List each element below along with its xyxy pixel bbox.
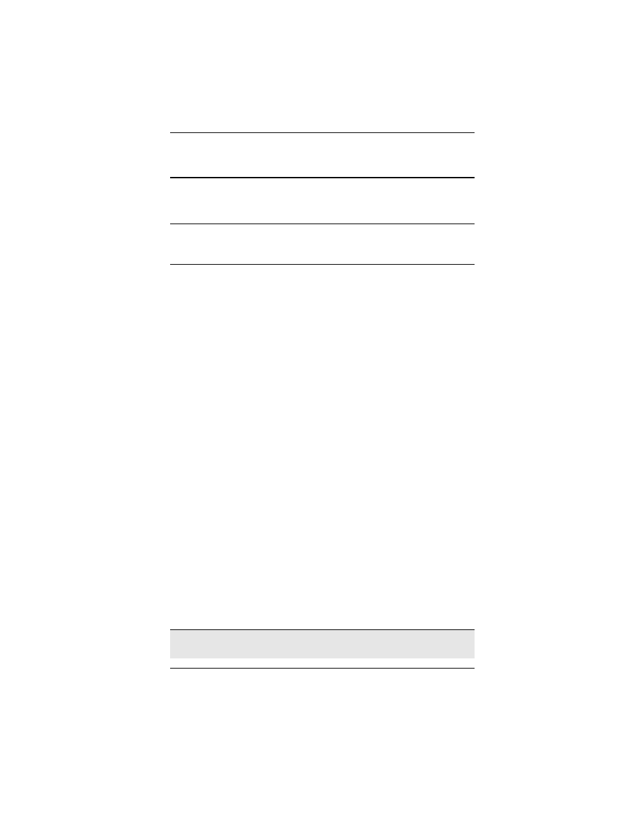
document-content <box>170 132 475 669</box>
spacer <box>170 265 475 629</box>
table-bottom-rule <box>170 668 475 669</box>
table-shaded-row <box>170 630 475 658</box>
spacer <box>170 133 475 177</box>
spacer <box>170 224 475 264</box>
spacer <box>170 178 475 224</box>
spacer <box>170 658 475 668</box>
